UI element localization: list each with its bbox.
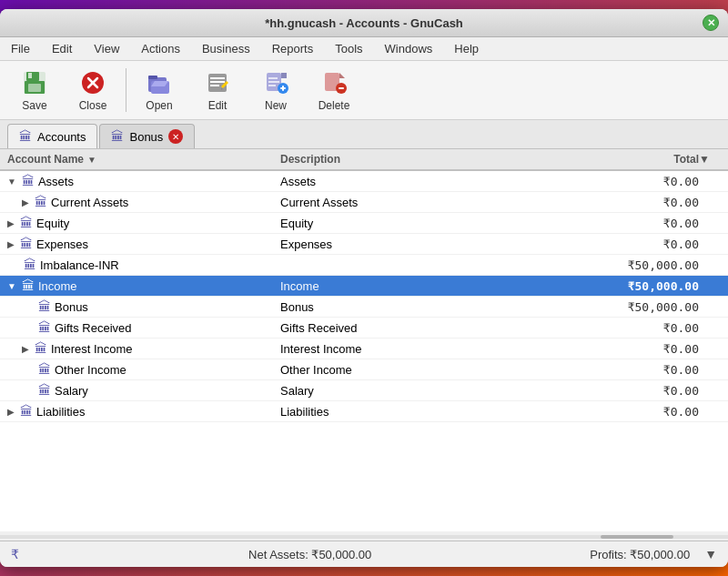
amount-cell: ₹0.00 xyxy=(553,237,699,251)
table-row[interactable]: ▼ 🏛 Income Income ₹50,000.00 xyxy=(0,276,728,297)
expand-arrow-icon[interactable]: ▶ xyxy=(7,239,15,249)
svg-rect-20 xyxy=(268,77,278,79)
menu-file[interactable]: File xyxy=(7,40,34,57)
menu-actions[interactable]: Actions xyxy=(137,40,184,57)
expand-arrow-icon[interactable]: ▼ xyxy=(7,177,16,187)
edit-icon xyxy=(203,68,232,97)
amount-cell: ₹0.00 xyxy=(553,384,699,398)
toolbar-separator-1 xyxy=(126,68,126,112)
account-name-cell: ▶ 🏛 Liabilities xyxy=(7,404,280,419)
open-button[interactable]: Open xyxy=(132,65,187,116)
save-icon xyxy=(20,68,49,97)
menu-windows[interactable]: Windows xyxy=(381,40,437,57)
description-cell: Expenses xyxy=(280,237,553,251)
svg-rect-12 xyxy=(210,77,225,79)
amount-cell: ₹0.00 xyxy=(553,342,699,356)
table-row[interactable]: 🏛 Bonus Bonus ₹50,000.00 xyxy=(0,297,728,318)
account-icon: 🏛 xyxy=(20,216,33,230)
expand-arrow-icon[interactable]: ▶ xyxy=(7,218,15,228)
account-name-cell: 🏛 Bonus xyxy=(7,299,280,314)
account-name-cell: ▶ 🏛 Interest Income xyxy=(7,341,280,356)
description-cell: Bonus xyxy=(280,300,553,314)
column-header-description: Description xyxy=(280,153,553,166)
close-button[interactable]: Close xyxy=(66,65,120,116)
svg-rect-22 xyxy=(268,85,276,86)
column-header-name[interactable]: Account Name ▼ xyxy=(7,153,280,166)
table-row[interactable]: 🏛 Imbalance-INR ₹50,000.00 xyxy=(0,255,728,276)
table-row[interactable]: 🏛 Other Income Other Income ₹0.00 xyxy=(0,359,728,380)
statusbar-dropdown-icon[interactable]: ▼ xyxy=(704,547,717,561)
svg-rect-19 xyxy=(281,73,287,78)
empty-area xyxy=(0,422,728,531)
menu-help[interactable]: Help xyxy=(450,40,482,57)
chevron-down-icon: ▼ xyxy=(699,153,710,166)
save-button[interactable]: Save xyxy=(7,65,62,116)
column-header-extra: ▼ xyxy=(699,153,721,166)
open-icon xyxy=(145,68,174,97)
table-row[interactable]: 🏛 Salary Salary ₹0.00 xyxy=(0,380,728,401)
svg-rect-21 xyxy=(268,81,279,83)
edit-label: Edit xyxy=(208,99,228,112)
profits-text: Profits: ₹50,000.00 xyxy=(590,548,690,561)
menu-edit[interactable]: Edit xyxy=(48,40,76,57)
description-cell: Current Assets xyxy=(280,196,553,209)
account-icon: 🏛 xyxy=(35,341,47,356)
expand-arrow-icon[interactable]: ▶ xyxy=(22,344,29,354)
tab-accounts-label: Accounts xyxy=(37,130,86,144)
save-label: Save xyxy=(22,99,46,112)
menu-tools[interactable]: Tools xyxy=(331,40,366,57)
scrollbar-thumb[interactable] xyxy=(601,535,673,539)
menu-reports[interactable]: Reports xyxy=(268,40,318,57)
account-icon: 🏛 xyxy=(38,299,51,314)
table-row[interactable]: ▶ 🏛 Current Assets Current Assets ₹0.00 xyxy=(0,192,728,213)
expand-arrow-icon[interactable]: ▶ xyxy=(7,407,15,417)
account-name-cell: 🏛 Other Income xyxy=(7,362,280,377)
open-label: Open xyxy=(146,99,172,112)
account-name-cell: ▶ 🏛 Equity xyxy=(7,216,280,230)
account-icon: 🏛 xyxy=(22,174,35,188)
svg-rect-2 xyxy=(28,73,32,78)
account-icon: 🏛 xyxy=(22,278,35,293)
main-window: *hh.gnucash - Accounts - GnuCash ✕ File … xyxy=(0,9,728,567)
close-label: Close xyxy=(79,99,107,112)
svg-rect-14 xyxy=(210,85,219,86)
window-close-button[interactable]: ✕ xyxy=(703,15,719,31)
description-cell: Salary xyxy=(280,384,553,398)
tab-bonus[interactable]: 🏛 Bonus ✕ xyxy=(99,124,195,148)
window-title: *hh.gnucash - Accounts - GnuCash xyxy=(25,16,703,30)
new-button[interactable]: New xyxy=(248,65,303,116)
bonus-tab-close-button[interactable]: ✕ xyxy=(168,129,183,144)
amount-cell: ₹0.00 xyxy=(553,405,699,419)
account-name-cell: ▶ 🏛 Expenses xyxy=(7,237,280,251)
account-icon: 🏛 xyxy=(35,195,47,209)
account-icon: 🏛 xyxy=(38,320,51,335)
delete-icon xyxy=(319,68,349,97)
table-row[interactable]: 🏛 Gifts Received Gifts Received ₹0.00 xyxy=(0,318,728,339)
table-row[interactable]: ▼ 🏛 Assets Assets ₹0.00 xyxy=(0,171,728,192)
statusbar: ₹ Net Assets: ₹50,000.00 Profits: ₹50,00… xyxy=(0,541,728,567)
delete-button[interactable]: Delete xyxy=(307,65,361,116)
account-icon: 🏛 xyxy=(38,383,51,398)
edit-button[interactable]: Edit xyxy=(190,65,245,116)
account-name-cell: ▼ 🏛 Income xyxy=(7,278,280,293)
new-icon xyxy=(261,68,290,97)
menu-view[interactable]: View xyxy=(90,40,123,57)
account-name-cell: ▼ 🏛 Assets xyxy=(7,174,280,188)
amount-cell: ₹50,000.00 xyxy=(553,258,699,272)
net-assets-text: Net Assets: ₹50,000.00 xyxy=(30,548,590,561)
horizontal-scrollbar[interactable] xyxy=(0,535,728,539)
table-row[interactable]: ▶ 🏛 Interest Income Interest Income ₹0.0… xyxy=(0,339,728,359)
expand-arrow-icon[interactable]: ▶ xyxy=(22,197,29,207)
accounts-tab-icon: 🏛 xyxy=(19,129,32,144)
expand-arrow-icon[interactable]: ▼ xyxy=(7,281,16,291)
tab-accounts[interactable]: 🏛 Accounts xyxy=(7,124,97,148)
currency-icon: ₹ xyxy=(11,547,19,561)
table-row[interactable]: ▶ 🏛 Equity Equity ₹0.00 xyxy=(0,213,728,234)
menu-business[interactable]: Business xyxy=(198,40,254,57)
table-row[interactable]: ▶ 🏛 Liabilities Liabilities ₹0.00 xyxy=(0,401,728,422)
tab-bar: 🏛 Accounts 🏛 Bonus ✕ xyxy=(0,120,728,149)
table-row[interactable]: ▶ 🏛 Expenses Expenses ₹0.00 xyxy=(0,234,728,255)
account-name-cell: 🏛 Gifts Received xyxy=(7,320,280,335)
delete-label: Delete xyxy=(318,99,350,112)
svg-rect-25 xyxy=(282,86,284,91)
